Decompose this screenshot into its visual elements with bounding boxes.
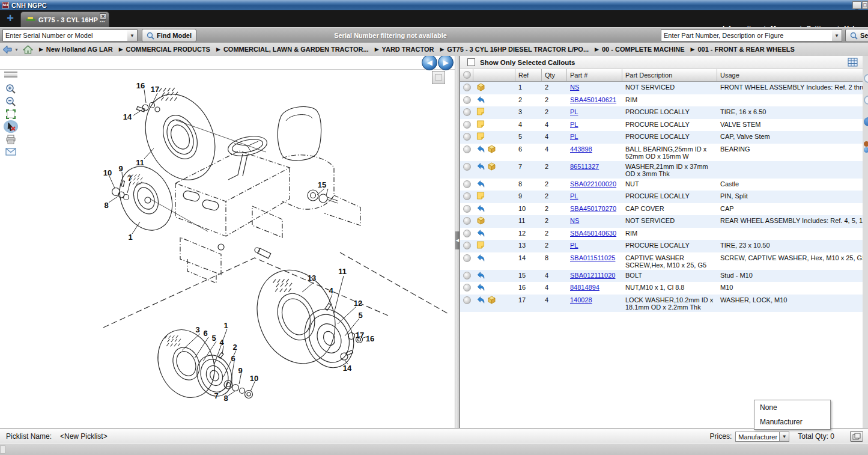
header-expand-column[interactable] — [460, 69, 473, 81]
tab-close-icon[interactable]: ✕ — [100, 13, 106, 20]
diagram-callout-2[interactable]: 2 — [232, 343, 237, 352]
diagram-callout-16[interactable]: 16 — [136, 81, 145, 90]
diagram-callout-4[interactable]: 4 — [219, 338, 223, 347]
header-ref[interactable]: Ref — [515, 69, 542, 81]
table-row-ref-6[interactable]: 64443898BALL BEARING,25mm ID x 52mm OD x… — [460, 144, 863, 161]
back-arrow-icon[interactable] — [2, 45, 13, 54]
clipped-tool-icon[interactable] — [864, 74, 868, 83]
diagram-callout-3[interactable]: 3 — [195, 325, 199, 334]
breadcrumb-item[interactable]: New Holland AG LAR — [46, 46, 113, 53]
breadcrumb-item[interactable]: YARD TRACTOR — [382, 46, 434, 53]
diagram-callout-10[interactable]: 10 — [103, 168, 112, 177]
toolbar-grip[interactable] — [4, 72, 17, 78]
expand-row-icon[interactable] — [463, 284, 471, 292]
diagram-callout-7[interactable]: 7 — [127, 174, 132, 183]
diagram-callout-14[interactable]: 14 — [123, 112, 132, 121]
expand-row-icon[interactable] — [463, 254, 471, 262]
print-icon[interactable] — [4, 133, 18, 145]
expand-row-icon[interactable] — [463, 121, 471, 129]
part-number-link[interactable]: SBA011511025 — [570, 254, 615, 261]
table-row-ref-12[interactable]: 122SBA450140630RIM — [460, 228, 863, 240]
table-row-ref-4[interactable]: 44PLPROCURE LOCALLYVALVE STEM — [460, 119, 863, 132]
diagram-callout-8[interactable]: 8 — [104, 201, 108, 210]
breadcrumb-item[interactable]: GT75 - 3 CYL 16HP DIESEL TRACTOR L/PO... — [447, 46, 589, 53]
table-row-ref-14[interactable]: 148SBA011511025CAPTIVE WASHER SCREW,Hex,… — [460, 252, 863, 270]
expand-row-icon[interactable] — [463, 296, 471, 304]
price-option-manufacturer[interactable]: Manufacturer — [754, 415, 830, 429]
diagram-callout-1[interactable]: 1 — [223, 321, 228, 330]
table-row-ref-3[interactable]: 32PLPROCURE LOCALLYTIRE, 16 x 6.50 — [460, 106, 863, 119]
serial-dropdown-arrow[interactable]: ▼ — [127, 29, 138, 41]
part-number-link[interactable]: PL — [570, 108, 578, 115]
part-number-link[interactable]: SBA450140630 — [570, 230, 616, 237]
diagram-callout-6[interactable]: 6 — [231, 354, 235, 363]
table-row-ref-15[interactable]: 154SBA012111020BOLTStud - M10 — [460, 270, 863, 282]
part-number-link[interactable]: SBA022100020 — [570, 180, 616, 188]
diagram-callout-11[interactable]: 11 — [338, 267, 347, 276]
diagram-callout-13[interactable]: 13 — [308, 273, 316, 282]
expand-row-icon[interactable] — [463, 108, 471, 116]
table-row-ref-7[interactable]: 7286511327WASHER,21mm ID x 37mm OD x 3mm… — [460, 161, 863, 179]
copy-window-icon[interactable] — [850, 431, 863, 442]
thumbnail-navigator[interactable] — [432, 71, 445, 84]
tab-gt75[interactable]: GT75 - 3 CYL 16HP ... ✕ — [20, 11, 109, 27]
expand-row-icon[interactable] — [463, 133, 471, 141]
expand-row-icon[interactable] — [463, 84, 471, 91]
breadcrumb-item[interactable]: COMMERCIAL PRODUCTS — [126, 46, 210, 53]
diagram-callout-7[interactable]: 7 — [214, 391, 218, 400]
table-row-ref-17[interactable]: 174140028LOCK WASHER,10.2mm ID x 18.1mm … — [460, 295, 863, 312]
zoom-in-icon[interactable] — [4, 82, 18, 95]
expand-row-icon[interactable] — [463, 180, 471, 188]
select-off-icon[interactable] — [4, 120, 18, 133]
table-row-ref-13[interactable]: 132PLPROCURE LOCALLYTIRE, 23 x 10.50 — [460, 240, 863, 252]
fit-to-window-icon[interactable] — [4, 108, 18, 120]
zoom-out-icon[interactable] — [4, 95, 18, 108]
diagram-callout-5[interactable]: 5 — [211, 334, 216, 343]
clipped-tool-icon[interactable] — [864, 141, 868, 147]
header-part[interactable]: Part # — [567, 69, 622, 81]
expand-row-icon[interactable] — [463, 242, 471, 249]
diagram-callout-8[interactable]: 8 — [223, 394, 228, 403]
panel-splitter[interactable]: ◀ — [455, 56, 460, 428]
table-row-ref-10[interactable]: 102SBA450170270CAP COVERCAP — [460, 203, 863, 216]
breadcrumb-item[interactable]: 00 - COMPLETE MACHINE — [602, 46, 685, 53]
email-icon[interactable] — [4, 145, 18, 158]
header-description[interactable]: Part Description — [622, 69, 717, 81]
part-number-link[interactable]: PL — [570, 133, 578, 140]
clipped-tool-icon[interactable] — [864, 147, 868, 153]
part-number-link[interactable]: 84814894 — [570, 284, 599, 291]
new-tab-button[interactable]: + — [4, 12, 17, 25]
expand-row-icon[interactable] — [463, 192, 471, 200]
diagram-callout-4[interactable]: 4 — [329, 286, 333, 295]
part-number-link[interactable]: SBA450170270 — [570, 205, 616, 212]
part-search-input[interactable]: Enter Part Number, Description or Figure — [661, 29, 833, 41]
table-row-ref-5[interactable]: 54PLPROCURE LOCALLYCAP, Valve Stem — [460, 131, 863, 144]
clipped-tool-icon[interactable] — [864, 96, 868, 105]
diagram-callout-14[interactable]: 14 — [343, 364, 351, 373]
expand-row-icon[interactable] — [463, 272, 471, 279]
part-number-link[interactable]: NS — [570, 84, 579, 91]
breadcrumb-item[interactable]: COMMERCIAL, LAWN & GARDEN TRACTOR... — [223, 46, 369, 53]
clipped-tool-icon[interactable] — [864, 117, 868, 126]
diagram-callout-11[interactable]: 11 — [136, 158, 144, 167]
part-number-link[interactable]: PL — [570, 192, 578, 200]
breadcrumb-item[interactable]: 001 - FRONT & REAR WHEELS — [697, 46, 794, 53]
expand-row-icon[interactable] — [463, 205, 471, 213]
price-option-none[interactable]: None — [754, 400, 830, 415]
diagram-callout-16[interactable]: 16 — [366, 334, 374, 343]
expand-row-icon[interactable] — [463, 145, 471, 153]
show-selected-callouts-checkbox[interactable] — [467, 58, 475, 66]
maximize-button[interactable]: □ — [862, 1, 868, 9]
table-row-ref-1[interactable]: 12NSNOT SERVICEDFRONT WHEEL ASSEMBLY Inc… — [460, 82, 863, 94]
expand-row-icon[interactable] — [463, 96, 471, 104]
diagram-callout-12[interactable]: 12 — [354, 299, 362, 308]
find-model-button[interactable]: Find Model — [142, 29, 196, 42]
parts-diagram[interactable]: 1617141110978115131141251716143654126910… — [0, 56, 455, 428]
collapse-panel-handle[interactable]: ◀ — [455, 231, 460, 249]
minimize-button[interactable]: _ — [852, 1, 861, 9]
diagram-callout-9[interactable]: 9 — [118, 164, 123, 173]
diagram-callout-17[interactable]: 17 — [151, 85, 159, 94]
table-row-ref-16[interactable]: 16484814894NUT,M10 x 1, Cl 8.8M10 — [460, 282, 863, 295]
expand-row-icon[interactable] — [463, 163, 471, 171]
header-qty[interactable]: Qty — [542, 69, 567, 81]
